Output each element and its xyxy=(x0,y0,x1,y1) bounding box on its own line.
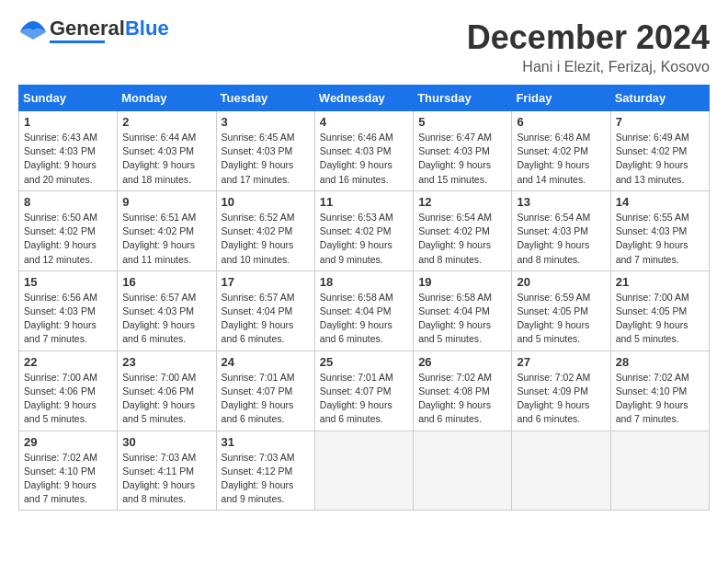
calendar-day-cell: 1Sunrise: 6:43 AMSunset: 4:03 PMDaylight… xyxy=(19,111,118,191)
day-number: 28 xyxy=(616,355,704,369)
calendar-day-cell xyxy=(512,431,610,511)
calendar-day-cell: 18Sunrise: 6:58 AMSunset: 4:04 PMDayligh… xyxy=(314,270,413,350)
day-number: 10 xyxy=(222,195,310,209)
calendar-day-cell: 23Sunrise: 7:00 AMSunset: 4:06 PMDayligh… xyxy=(118,350,216,431)
day-info: Sunrise: 6:58 AMSunset: 4:04 PMDaylight:… xyxy=(418,291,506,347)
calendar-day-cell: 12Sunrise: 6:54 AMSunset: 4:02 PMDayligh… xyxy=(414,190,512,270)
day-number: 2 xyxy=(122,115,210,129)
day-number: 9 xyxy=(122,195,210,209)
day-info: Sunrise: 6:59 AMSunset: 4:05 PMDaylight:… xyxy=(517,291,605,347)
calendar-week-row: 15Sunrise: 6:56 AMSunset: 4:03 PMDayligh… xyxy=(19,270,710,350)
day-number: 8 xyxy=(24,195,112,209)
calendar-day-cell: 13Sunrise: 6:54 AMSunset: 4:03 PMDayligh… xyxy=(512,190,610,270)
calendar-day-cell: 5Sunrise: 6:47 AMSunset: 4:03 PMDaylight… xyxy=(414,111,512,191)
weekday-header-row: SundayMondayTuesdayWednesdayThursdayFrid… xyxy=(19,86,710,111)
day-number: 20 xyxy=(517,275,605,289)
weekday-header-thursday: Thursday xyxy=(414,86,512,111)
logo-blue: Blue xyxy=(125,17,169,40)
calendar-day-cell: 8Sunrise: 6:50 AMSunset: 4:02 PMDaylight… xyxy=(19,190,118,270)
day-info: Sunrise: 6:51 AMSunset: 4:02 PMDaylight:… xyxy=(122,211,210,267)
day-info: Sunrise: 7:02 AMSunset: 4:09 PMDaylight:… xyxy=(517,371,605,427)
day-number: 31 xyxy=(222,435,310,449)
day-info: Sunrise: 6:48 AMSunset: 4:02 PMDaylight:… xyxy=(517,131,605,187)
calendar-day-cell: 7Sunrise: 6:49 AMSunset: 4:02 PMDaylight… xyxy=(610,111,709,191)
day-info: Sunrise: 6:47 AMSunset: 4:03 PMDaylight:… xyxy=(418,131,506,187)
calendar-day-cell: 26Sunrise: 7:02 AMSunset: 4:08 PMDayligh… xyxy=(414,350,512,431)
day-info: Sunrise: 7:01 AMSunset: 4:07 PMDaylight:… xyxy=(320,371,408,427)
day-number: 11 xyxy=(320,195,408,209)
calendar-table: SundayMondayTuesdayWednesdayThursdayFrid… xyxy=(18,85,710,511)
title-block: December 2024 Hani i Elezit, Ferizaj, Ko… xyxy=(467,18,710,75)
calendar-day-cell: 20Sunrise: 6:59 AMSunset: 4:05 PMDayligh… xyxy=(512,270,610,350)
calendar-day-cell: 21Sunrise: 7:00 AMSunset: 4:05 PMDayligh… xyxy=(610,270,709,350)
day-number: 5 xyxy=(418,115,506,129)
day-info: Sunrise: 7:03 AMSunset: 4:12 PMDaylight:… xyxy=(222,451,310,507)
day-info: Sunrise: 6:55 AMSunset: 4:03 PMDaylight:… xyxy=(616,211,704,267)
day-info: Sunrise: 6:43 AMSunset: 4:03 PMDaylight:… xyxy=(24,131,112,187)
calendar-week-row: 1Sunrise: 6:43 AMSunset: 4:03 PMDaylight… xyxy=(19,111,710,191)
calendar-week-row: 8Sunrise: 6:50 AMSunset: 4:02 PMDaylight… xyxy=(19,190,710,270)
day-number: 30 xyxy=(122,435,210,449)
calendar-day-cell: 11Sunrise: 6:53 AMSunset: 4:02 PMDayligh… xyxy=(314,190,413,270)
calendar-day-cell: 9Sunrise: 6:51 AMSunset: 4:02 PMDaylight… xyxy=(118,190,216,270)
logo-bird-icon xyxy=(18,19,48,43)
weekday-header-saturday: Saturday xyxy=(610,86,709,111)
month-title: December 2024 xyxy=(467,18,710,57)
day-info: Sunrise: 6:56 AMSunset: 4:03 PMDaylight:… xyxy=(24,291,112,347)
weekday-header-tuesday: Tuesday xyxy=(216,86,314,111)
calendar-day-cell xyxy=(314,431,413,511)
day-info: Sunrise: 7:03 AMSunset: 4:11 PMDaylight:… xyxy=(122,451,210,507)
day-number: 6 xyxy=(517,115,605,129)
day-info: Sunrise: 7:01 AMSunset: 4:07 PMDaylight:… xyxy=(222,371,310,427)
day-info: Sunrise: 6:57 AMSunset: 4:03 PMDaylight:… xyxy=(122,291,210,347)
weekday-header-wednesday: Wednesday xyxy=(314,86,413,111)
day-info: Sunrise: 7:00 AMSunset: 4:06 PMDaylight:… xyxy=(122,371,210,427)
day-number: 7 xyxy=(616,115,704,129)
day-info: Sunrise: 6:50 AMSunset: 4:02 PMDaylight:… xyxy=(24,211,112,267)
day-info: Sunrise: 6:52 AMSunset: 4:02 PMDaylight:… xyxy=(222,211,310,267)
calendar-day-cell: 16Sunrise: 6:57 AMSunset: 4:03 PMDayligh… xyxy=(118,270,216,350)
calendar-day-cell: 27Sunrise: 7:02 AMSunset: 4:09 PMDayligh… xyxy=(512,350,610,431)
day-number: 14 xyxy=(616,195,704,209)
calendar-day-cell: 15Sunrise: 6:56 AMSunset: 4:03 PMDayligh… xyxy=(19,270,118,350)
day-number: 4 xyxy=(320,115,408,129)
calendar-day-cell: 3Sunrise: 6:45 AMSunset: 4:03 PMDaylight… xyxy=(216,111,314,191)
day-number: 18 xyxy=(320,275,408,289)
day-number: 27 xyxy=(517,355,605,369)
day-info: Sunrise: 7:02 AMSunset: 4:10 PMDaylight:… xyxy=(24,451,112,507)
day-number: 29 xyxy=(24,435,112,449)
day-number: 15 xyxy=(24,275,112,289)
calendar-day-cell: 28Sunrise: 7:02 AMSunset: 4:10 PMDayligh… xyxy=(610,350,709,431)
day-number: 21 xyxy=(616,275,704,289)
day-number: 17 xyxy=(222,275,310,289)
day-info: Sunrise: 6:57 AMSunset: 4:04 PMDaylight:… xyxy=(222,291,310,347)
weekday-header-friday: Friday xyxy=(512,86,610,111)
calendar-week-row: 29Sunrise: 7:02 AMSunset: 4:10 PMDayligh… xyxy=(19,431,710,511)
day-info: Sunrise: 7:02 AMSunset: 4:10 PMDaylight:… xyxy=(616,371,704,427)
calendar-day-cell: 6Sunrise: 6:48 AMSunset: 4:02 PMDaylight… xyxy=(512,111,610,191)
day-number: 3 xyxy=(222,115,310,129)
day-info: Sunrise: 6:54 AMSunset: 4:02 PMDaylight:… xyxy=(418,211,506,267)
logo-general: GeneralBlue xyxy=(50,17,169,40)
day-number: 16 xyxy=(122,275,210,289)
day-number: 26 xyxy=(418,355,506,369)
day-number: 22 xyxy=(24,355,112,369)
day-info: Sunrise: 7:00 AMSunset: 4:05 PMDaylight:… xyxy=(616,291,704,347)
weekday-header-sunday: Sunday xyxy=(19,86,118,111)
day-number: 1 xyxy=(24,115,112,129)
location-title: Hani i Elezit, Ferizaj, Kosovo xyxy=(467,59,710,75)
day-number: 24 xyxy=(222,355,310,369)
day-number: 13 xyxy=(517,195,605,209)
calendar-day-cell xyxy=(414,431,512,511)
calendar-day-cell: 17Sunrise: 6:57 AMSunset: 4:04 PMDayligh… xyxy=(216,270,314,350)
day-info: Sunrise: 6:49 AMSunset: 4:02 PMDaylight:… xyxy=(616,131,704,187)
calendar-day-cell: 30Sunrise: 7:03 AMSunset: 4:11 PMDayligh… xyxy=(118,431,216,511)
calendar-day-cell: 2Sunrise: 6:44 AMSunset: 4:03 PMDaylight… xyxy=(118,111,216,191)
calendar-day-cell: 19Sunrise: 6:58 AMSunset: 4:04 PMDayligh… xyxy=(414,270,512,350)
logo-underline xyxy=(50,40,105,43)
day-number: 12 xyxy=(418,195,506,209)
day-info: Sunrise: 7:02 AMSunset: 4:08 PMDaylight:… xyxy=(418,371,506,427)
calendar-day-cell: 25Sunrise: 7:01 AMSunset: 4:07 PMDayligh… xyxy=(314,350,413,431)
page-header: GeneralBlue December 2024 Hani i Elezit,… xyxy=(18,18,710,75)
calendar-day-cell: 10Sunrise: 6:52 AMSunset: 4:02 PMDayligh… xyxy=(216,190,314,270)
